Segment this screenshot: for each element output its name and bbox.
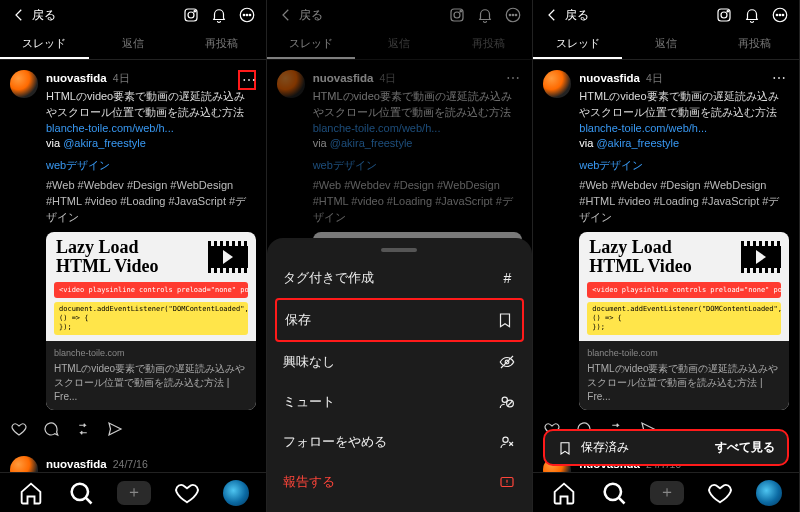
card-title-l1: Lazy Load — [56, 238, 208, 257]
sheet-not-interested[interactable]: 興味なし — [267, 342, 533, 382]
svg-point-26 — [782, 14, 784, 16]
instagram-icon[interactable] — [182, 6, 200, 24]
sheet-mute[interactable]: ミュート — [267, 382, 533, 422]
chevron-left-icon — [10, 6, 28, 24]
tab-thread[interactable]: スレッド — [533, 30, 622, 59]
post-time: 24/7/16 — [113, 457, 148, 472]
svg-point-6 — [249, 14, 251, 16]
back-label: 戻る — [32, 7, 56, 24]
via-handle[interactable]: @akira_freestyle — [596, 137, 679, 149]
svg-point-18 — [503, 437, 508, 442]
svg-point-5 — [246, 14, 248, 16]
repost-icon[interactable] — [74, 420, 92, 438]
panel-2: 戻る スレッド 返信 再投稿 nuovasfida 4日 HTMLのvideo要… — [267, 0, 534, 512]
sheet-unfollow[interactable]: フォローをやめる — [267, 422, 533, 462]
search-icon[interactable] — [67, 479, 95, 507]
post-subject[interactable]: webデザイン — [46, 158, 256, 174]
post-subject[interactable]: webデザイン — [579, 158, 789, 174]
username[interactable]: nuovasfida — [46, 70, 107, 87]
post: nuovasfida 4日 HTMLのvideo要素で動画の遅延読み込みやスクロ… — [0, 60, 266, 416]
via-prefix: via — [46, 137, 63, 149]
mute-icon — [498, 393, 516, 411]
instagram-icon[interactable] — [715, 6, 733, 24]
back-button[interactable]: 戻る — [10, 6, 56, 24]
card-title-l2: HTML Video — [56, 257, 208, 276]
tab-replies[interactable]: 返信 — [89, 30, 178, 59]
back-button[interactable]: 戻る — [543, 6, 589, 24]
tab-replies[interactable]: 返信 — [622, 30, 711, 59]
sheet-handle[interactable] — [381, 248, 417, 252]
home-icon[interactable] — [550, 479, 578, 507]
share-icon[interactable] — [106, 420, 124, 438]
toast-label: 保存済み — [581, 439, 629, 456]
sheet-report[interactable]: 報告する — [267, 462, 533, 502]
post-actions — [0, 416, 266, 446]
post-hashtags[interactable]: #Web #Webdev #Design #WebDesign #HTML #v… — [579, 178, 789, 226]
post-link[interactable]: blanche-toile.com/web/h... — [46, 121, 256, 137]
bell-icon[interactable] — [210, 6, 228, 24]
post-hashtags[interactable]: #Web #Webdev #Design #WebDesign #HTML #v… — [46, 178, 256, 226]
svg-point-2 — [194, 11, 196, 13]
tabs: スレッド 返信 再投稿 — [533, 30, 799, 60]
svg-point-25 — [779, 14, 781, 16]
compose-button[interactable]: ＋ — [650, 481, 684, 505]
card-meta-text: HTMLのvideo要素で動画の遅延読み込みやスクロール位置で動画を読み込む方法… — [54, 362, 248, 404]
heart-icon[interactable] — [173, 479, 201, 507]
home-icon[interactable] — [17, 479, 45, 507]
tab-thread[interactable]: スレッド — [0, 30, 89, 59]
bookmark-icon — [557, 440, 573, 456]
more-circle-icon[interactable] — [771, 6, 789, 24]
tabs: スレッド 返信 再投稿 — [0, 30, 266, 60]
card-code1: <video playsinline controls preload="non… — [587, 282, 781, 298]
svg-point-24 — [776, 14, 778, 16]
post: nuovasfida 24/7/16 HTMLのvideo要素で読み込む動画を画… — [0, 446, 266, 472]
post-more-button[interactable]: ⋯ — [238, 70, 256, 90]
more-circle-icon[interactable] — [238, 6, 256, 24]
card-domain: blanche-toile.com — [54, 347, 248, 360]
post-more-button[interactable]: ⋯ — [771, 70, 789, 86]
tab-reposts[interactable]: 再投稿 — [710, 30, 799, 59]
comment-icon[interactable] — [42, 420, 60, 438]
toast-view-all[interactable]: すべて見る — [715, 439, 775, 456]
sheet-tag-create[interactable]: タグ付きで作成 # — [267, 258, 533, 298]
feed: nuovasfida 4日 HTMLのvideo要素で動画の遅延読み込みやスクロ… — [533, 60, 799, 472]
svg-point-1 — [188, 12, 194, 18]
heart-icon[interactable] — [706, 479, 734, 507]
bottom-nav: ＋ — [533, 472, 799, 512]
tab-reposts[interactable]: 再投稿 — [177, 30, 266, 59]
panel-3: 戻る スレッド 返信 再投稿 nuovasfida 4日 HTMLのvideo要… — [533, 0, 800, 512]
svg-point-22 — [727, 11, 729, 13]
link-card[interactable]: Lazy Load HTML Video <video playsinline … — [46, 232, 256, 410]
link-card[interactable]: Lazy Load HTML Video <video playsinline … — [579, 232, 789, 410]
post-link[interactable]: blanche-toile.com/web/h... — [579, 121, 789, 137]
top-icons — [715, 6, 789, 24]
via-prefix: via — [579, 137, 596, 149]
post-time: 4日 — [113, 71, 130, 86]
via-handle[interactable]: @akira_freestyle — [63, 137, 146, 149]
post: nuovasfida 4日 HTMLのvideo要素で動画の遅延読み込みやスクロ… — [533, 60, 799, 416]
bell-icon[interactable] — [743, 6, 761, 24]
search-icon[interactable] — [600, 479, 628, 507]
sheet-save[interactable]: 保存 — [277, 300, 523, 340]
avatar[interactable] — [543, 70, 571, 98]
svg-point-7 — [72, 483, 88, 499]
compose-button[interactable]: ＋ — [117, 481, 151, 505]
profile-avatar[interactable] — [756, 480, 782, 506]
avatar[interactable] — [10, 70, 38, 98]
bottom-nav: ＋ — [0, 472, 266, 512]
heart-icon[interactable] — [10, 420, 28, 438]
top-icons — [182, 6, 256, 24]
svg-point-21 — [721, 12, 727, 18]
avatar[interactable] — [10, 456, 38, 472]
username[interactable]: nuovasfida — [579, 70, 640, 87]
username[interactable]: nuovasfida — [46, 456, 107, 472]
post-body: HTMLのvideo要素で動画の遅延読み込みやスクロール位置で動画を読み込む方法 — [579, 89, 789, 121]
report-icon — [498, 473, 516, 491]
unfollow-icon — [498, 433, 516, 451]
card-meta-text: HTMLのvideo要素で動画の遅延読み込みやスクロール位置で動画を読み込む方法… — [587, 362, 781, 404]
profile-avatar[interactable] — [223, 480, 249, 506]
card-code1: <video playsinline controls preload="non… — [54, 282, 248, 298]
film-icon — [208, 241, 248, 273]
card-code2: document.addEventListener("DOMContentLoa… — [587, 302, 781, 335]
topbar: 戻る — [533, 0, 799, 30]
